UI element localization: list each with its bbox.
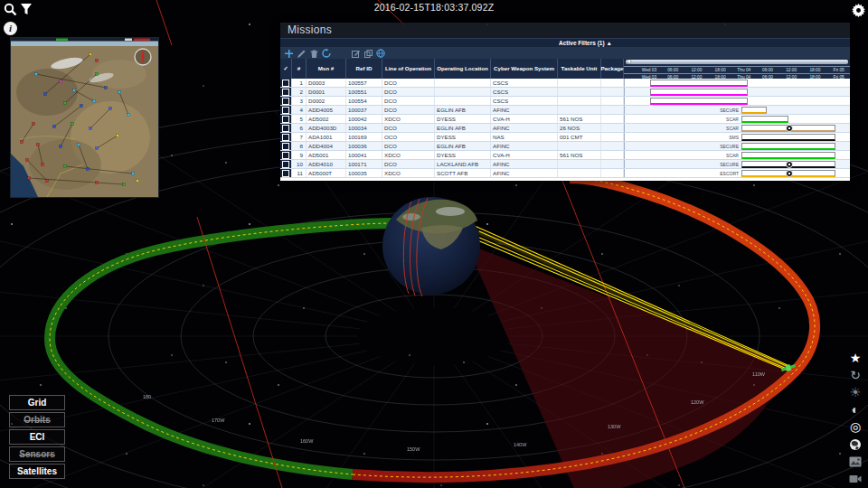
row-checkbox[interactable] — [282, 161, 289, 168]
table-row[interactable]: 10ADD4010100171DCOLACKLAND AFBAFINCSECUR… — [280, 160, 850, 169]
cell-lop: OCO — [382, 133, 435, 141]
row-checkbox[interactable] — [282, 134, 289, 141]
cell-cws: AFINC — [491, 124, 558, 132]
gantt-bar[interactable] — [741, 161, 835, 168]
cell-unit — [558, 79, 601, 87]
cell-unit: 561 NOS — [558, 115, 601, 123]
checkbox-cell — [280, 79, 292, 87]
row-checkbox[interactable] — [282, 107, 289, 114]
table-row[interactable]: 4ADD4005100037DCOEGLIN AFBAFINCSECURE — [280, 106, 850, 115]
favorites-star-icon[interactable]: ★ — [848, 352, 863, 365]
cell-loc — [435, 97, 491, 105]
table-row[interactable]: 11AD5000T100035XDCOSCOTT AFBAFINCESCORT — [280, 169, 850, 178]
column-header-1[interactable]: # — [292, 59, 307, 79]
center-target-icon[interactable]: ◎ — [848, 420, 863, 434]
toggle-satellites[interactable]: Satellites — [9, 464, 65, 479]
map-marker — [137, 180, 139, 183]
row-checkbox[interactable] — [282, 89, 289, 96]
sync-icon[interactable]: ↻ — [848, 369, 863, 382]
cell-lop: DCO — [382, 88, 435, 96]
column-header-5[interactable]: Operating Location — [435, 59, 491, 79]
add-mission-icon[interactable] — [284, 49, 293, 58]
table-row[interactable]: 1D0003100557DCOCSCS — [280, 79, 850, 88]
cell-loc — [435, 79, 491, 87]
cell-lop: XDCO — [382, 151, 435, 159]
timeline-tick: 18:00 — [806, 68, 824, 72]
cell-cws: AFINC — [491, 142, 558, 150]
cell-msn: AD5000T — [307, 169, 346, 177]
cell-cws: CSCS — [491, 88, 558, 96]
video-camera-icon[interactable] — [848, 472, 863, 485]
gantt-track: SCAR — [624, 151, 850, 159]
gantt-bar-label: SCAR — [726, 126, 739, 131]
cell-loc: DYESS — [435, 133, 491, 141]
edit-mission-icon[interactable] — [297, 49, 306, 58]
row-checkbox[interactable] — [282, 152, 289, 159]
table-row[interactable]: 2D0001100551DCOCSCS — [280, 88, 850, 97]
cell-ref: 100557 — [346, 79, 382, 87]
column-header-4[interactable]: Line of Operation — [382, 59, 435, 79]
gantt-bar[interactable] — [650, 89, 748, 96]
checkbox-cell — [280, 160, 292, 168]
map-marker — [96, 147, 99, 150]
active-filters-bar[interactable]: Active Filters (1) ▲ — [280, 38, 850, 47]
copy-icon[interactable] — [363, 49, 373, 58]
column-header-3[interactable]: Ref ID — [346, 59, 382, 79]
gantt-bar[interactable] — [741, 170, 835, 177]
contrast-icon[interactable]: ◐ — [848, 403, 863, 417]
delete-mission-icon[interactable] — [309, 49, 318, 58]
screenshot-image-icon[interactable] — [848, 455, 863, 468]
settings-gear-icon[interactable] — [852, 4, 865, 21]
gantt-bar[interactable] — [741, 116, 788, 123]
toggle-eci[interactable]: ECI — [9, 429, 65, 445]
cell-cws: CVA-H — [491, 151, 558, 159]
refresh-icon[interactable] — [322, 49, 331, 58]
table-header-row: ✓#Msn #Ref IDLine of OperationOperating … — [280, 59, 850, 79]
table-row[interactable]: 6ADD4003D100034DCOEGLIN AFBAFINC26 NOSSC… — [280, 124, 850, 133]
map-marker — [132, 173, 135, 175]
cell-pkg — [601, 133, 624, 141]
gantt-bar-label: SCAR — [726, 117, 739, 122]
sun-lighting-icon[interactable]: ☀ — [848, 386, 863, 399]
cell-ref: 100034 — [346, 124, 382, 132]
column-header-8[interactable]: Package — [601, 59, 624, 79]
gantt-bar[interactable] — [741, 143, 835, 150]
table-row[interactable]: 8ADD4004100036DCOEGLIN AFBAFINCSECURE — [280, 142, 850, 151]
column-header-2[interactable]: Msn # — [307, 59, 346, 79]
table-row[interactable]: 5AD5002100042XDCODYESSCVA-H561 NOSSCAR — [280, 115, 850, 124]
cell-msn: AD5002 — [307, 115, 346, 123]
cell-cws: CVA-H — [491, 115, 558, 123]
gantt-bar[interactable] — [741, 152, 835, 159]
gantt-bar[interactable] — [650, 98, 748, 105]
toggle-orbits[interactable]: Orbits — [9, 412, 65, 427]
gantt-bar[interactable] — [741, 125, 835, 132]
row-checkbox[interactable] — [282, 143, 289, 150]
column-header-0[interactable]: ✓ — [280, 59, 292, 79]
edit-form-icon[interactable] — [351, 49, 360, 58]
info-icon[interactable]: i — [4, 22, 17, 35]
checkbox-cell — [280, 88, 292, 96]
row-checkbox[interactable] — [282, 80, 289, 87]
table-row[interactable]: 3D0002100554DCOCSCS — [280, 97, 850, 106]
gantt-bar[interactable] — [741, 134, 835, 141]
gantt-bar-label: SECURE — [720, 108, 739, 113]
bar-badge-icon — [786, 125, 793, 132]
table-row[interactable]: 9AD5001100041XDCODYESSCVA-H561 NOSSCAR — [280, 151, 850, 160]
column-header-7[interactable]: Taskable Unit — [558, 59, 601, 79]
toggle-sensors[interactable]: Sensors — [9, 446, 65, 462]
globe-share-icon[interactable] — [376, 49, 385, 58]
ground-map-inset[interactable] — [11, 38, 158, 197]
column-header-6[interactable]: Cyber Weapon System — [491, 59, 558, 79]
row-checkbox[interactable] — [282, 125, 289, 132]
gantt-bar[interactable] — [650, 80, 748, 87]
cell-loc: SCOTT AFB — [435, 169, 491, 177]
gantt-bar[interactable] — [741, 107, 767, 114]
timeline-scrollbar[interactable] — [626, 60, 848, 64]
table-row[interactable]: 7ADA1001100169OCODYESSNAS001 CMTSMS — [280, 133, 850, 142]
toggle-grid[interactable]: Grid — [9, 395, 65, 410]
row-checkbox[interactable] — [282, 98, 289, 105]
row-checkbox[interactable] — [282, 170, 289, 177]
row-checkbox[interactable] — [282, 116, 289, 123]
checkbox-cell — [280, 97, 292, 105]
globe-view-icon[interactable] — [848, 437, 863, 451]
